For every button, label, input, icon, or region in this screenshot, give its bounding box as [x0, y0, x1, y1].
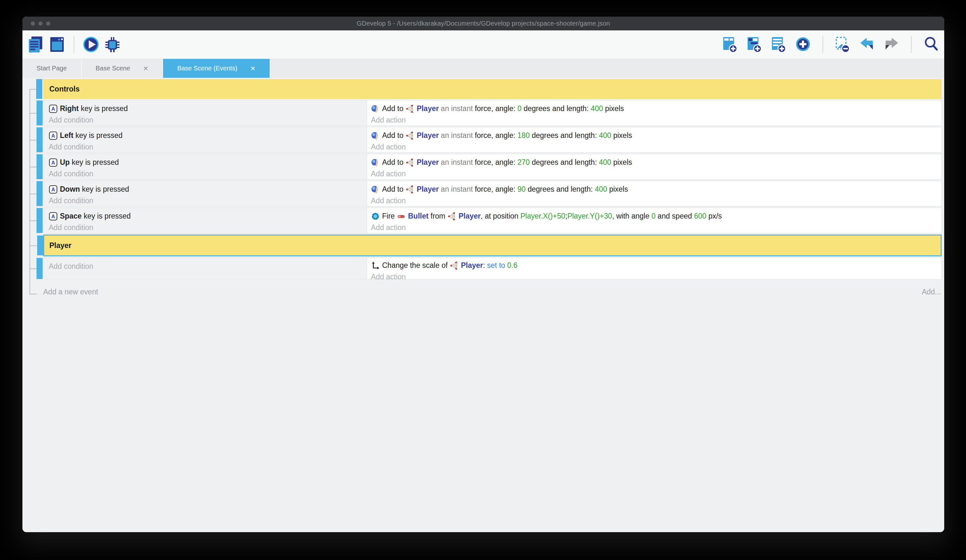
add-subevent-icon[interactable]: [746, 35, 762, 54]
conditions-cell[interactable]: Down key is pressedAdd condition: [44, 181, 367, 206]
add-action-link[interactable]: Add action: [371, 196, 936, 205]
tab-label: Base Scene (Events): [177, 65, 237, 72]
action-sentence[interactable]: Fire Bullet from Player, at position Pla…: [371, 211, 936, 221]
add-condition-link[interactable]: Add condition: [49, 115, 361, 125]
actions-cell[interactable]: Add to Player an instant force, angle: 1…: [367, 128, 941, 152]
actions-cell[interactable]: Fire Bullet from Player, at position Pla…: [367, 208, 941, 233]
toolbar-divider: [74, 36, 74, 53]
conditions-cell[interactable]: Left key is pressedAdd condition: [44, 128, 367, 152]
actions-cell[interactable]: Add to Player an instant force, angle: 9…: [367, 181, 941, 206]
window-title: GDevelop 5 - /Users/dkarakay/Documents/G…: [357, 20, 610, 27]
conditions-cell[interactable]: Add condition: [44, 258, 367, 279]
keyboard-key-icon: [49, 212, 58, 221]
add-condition-link[interactable]: Add condition: [49, 169, 361, 178]
scale-icon: [371, 261, 380, 270]
keyboard-key-icon: [49, 104, 58, 113]
event-row: Space key is pressedAdd conditionFire Bu…: [43, 208, 941, 233]
bullet-object-icon: [397, 212, 406, 221]
player-object-icon: [447, 212, 457, 221]
events-sheet: ControlsRight key is pressedAdd conditio…: [22, 78, 944, 532]
condition-sentence[interactable]: Down key is pressed: [49, 184, 361, 195]
event-group-header[interactable]: Player: [43, 234, 941, 256]
window-controls: [31, 16, 50, 30]
add-something-icon[interactable]: [795, 35, 811, 54]
tab-start-page[interactable]: Start Page: [22, 59, 82, 78]
title-bar: GDevelop 5 - /Users/dkarakay/Documents/G…: [22, 16, 944, 30]
add-action-link[interactable]: Add action: [371, 223, 936, 233]
event-group-header[interactable]: Controls: [43, 79, 941, 99]
toolbar-divider: [823, 36, 823, 53]
actions-cell[interactable]: Change the scale of Player: set to 0.6Ad…: [367, 258, 941, 279]
player-object-icon: [406, 185, 414, 194]
add-condition-link[interactable]: Add condition: [49, 142, 361, 152]
keyboard-key-icon: [49, 131, 58, 140]
tab-base-scene-events[interactable]: Base Scene (Events) ✕: [163, 59, 270, 78]
condition-sentence[interactable]: Up key is pressed: [49, 157, 361, 168]
action-sentence[interactable]: Change the scale of Player: set to 0.6: [371, 260, 936, 271]
undo-icon[interactable]: [859, 35, 875, 54]
project-manager-icon[interactable]: [28, 35, 44, 54]
debug-icon[interactable]: [104, 35, 120, 54]
player-object-icon: [406, 158, 414, 167]
conditions-cell[interactable]: Up key is pressedAdd condition: [44, 154, 367, 179]
event-row: Left key is pressedAdd conditionAdd to P…: [43, 127, 941, 152]
add-action-link[interactable]: Add action: [371, 115, 936, 125]
close-tab-icon[interactable]: ✕: [250, 65, 256, 72]
force-icon: [371, 131, 380, 140]
events-footer: Add a new event Add...: [43, 288, 941, 296]
event-row: Down key is pressedAdd conditionAdd to P…: [43, 181, 941, 206]
action-sentence[interactable]: Add to Player an instant force, angle: 9…: [371, 184, 936, 195]
group-title: Player: [49, 241, 71, 250]
add-condition-link[interactable]: Add condition: [49, 223, 361, 233]
event-row: Up key is pressedAdd conditionAdd to Pla…: [43, 154, 941, 180]
action-sentence[interactable]: Add to Player an instant force, angle: 1…: [371, 130, 936, 141]
add-action-link[interactable]: Add action: [371, 169, 936, 178]
add-condition-link[interactable]: Add condition: [49, 262, 361, 271]
toolbar-right-group: [722, 35, 939, 54]
remove-event-icon[interactable]: [835, 35, 851, 54]
scene-editor-icon[interactable]: [49, 35, 65, 54]
close-window-icon[interactable]: [31, 21, 35, 26]
toolbar-left-group: [28, 35, 120, 54]
zoom-window-icon[interactable]: [46, 21, 50, 26]
close-tab-icon[interactable]: ✕: [143, 65, 148, 72]
condition-sentence[interactable]: Right key is pressed: [49, 103, 361, 114]
conditions-cell[interactable]: Space key is pressedAdd condition: [44, 208, 367, 233]
add-condition-link[interactable]: Add condition: [49, 196, 361, 205]
add-event-icon[interactable]: [722, 35, 738, 54]
conditions-cell[interactable]: Right key is pressedAdd condition: [44, 100, 367, 125]
player-object-icon: [406, 131, 414, 140]
minimize-window-icon[interactable]: [38, 21, 43, 26]
force-icon: [371, 158, 380, 167]
add-new-event-link[interactable]: Add a new event: [43, 288, 98, 296]
actions-cell[interactable]: Add to Player an instant force, angle: 0…: [367, 100, 941, 125]
search-icon[interactable]: [923, 35, 939, 54]
keyboard-key-icon: [49, 185, 58, 194]
event-row: Add conditionChange the scale of Player:…: [43, 258, 941, 279]
condition-sentence[interactable]: Left key is pressed: [49, 130, 361, 141]
condition-sentence[interactable]: Space key is pressed: [49, 211, 361, 221]
play-icon[interactable]: [83, 35, 99, 54]
tab-label: Start Page: [36, 65, 67, 72]
tab-bar: Start Page Base Scene ✕ Base Scene (Even…: [22, 59, 944, 78]
add-action-link[interactable]: Add action: [371, 142, 936, 152]
tab-label: Base Scene: [96, 65, 130, 72]
action-sentence[interactable]: Add to Player an instant force, angle: 0…: [371, 103, 936, 114]
tab-base-scene[interactable]: Base Scene ✕: [82, 59, 163, 78]
redo-icon[interactable]: [883, 35, 899, 54]
group-title: Controls: [49, 85, 80, 93]
main-toolbar: [22, 30, 944, 59]
app-window: GDevelop 5 - /Users/dkarakay/Documents/G…: [22, 16, 944, 532]
force-icon: [371, 104, 380, 113]
action-sentence[interactable]: Add to Player an instant force, angle: 2…: [371, 157, 936, 168]
actions-cell[interactable]: Add to Player an instant force, angle: 2…: [367, 154, 941, 179]
toolbar-divider: [911, 36, 912, 53]
add-more-link[interactable]: Add...: [922, 288, 941, 296]
event-row: Right key is pressedAdd conditionAdd to …: [43, 100, 941, 126]
keyboard-key-icon: [49, 158, 58, 167]
player-object-icon: [406, 104, 414, 113]
add-action-link[interactable]: Add action: [371, 272, 936, 282]
add-comment-icon[interactable]: [770, 35, 787, 54]
force-icon: [371, 185, 380, 194]
player-object-icon: [450, 261, 458, 270]
